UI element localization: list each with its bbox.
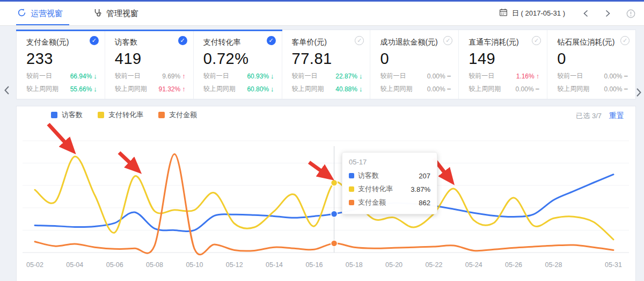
- management-view-icon: [93, 8, 102, 19]
- trend-down-icon: ↓: [93, 72, 97, 80]
- check-off-icon[interactable]: ✓: [620, 36, 630, 45]
- compare-percent: 0.00%: [427, 73, 445, 80]
- metric-compare-row: 较上周同期0.00%−: [380, 84, 451, 93]
- tooltip-swatch: [349, 200, 354, 205]
- tooltip-series-label: 支付金额: [358, 198, 386, 207]
- compare-label: 较上周同期: [115, 84, 147, 93]
- metric-compare-row: 较上周同期55.66%↓: [26, 84, 97, 93]
- compare-percent: 60.93%: [247, 73, 269, 80]
- trend-up-icon: ↑: [536, 72, 540, 80]
- metric-value: 0: [380, 50, 451, 68]
- compare-label: 较前一日: [292, 71, 318, 81]
- compare-value: 60.93%↓: [247, 72, 274, 80]
- compare-value: 55.66%↓: [70, 85, 97, 93]
- metric-value: 77.81: [292, 50, 363, 68]
- info-icon[interactable]: [626, 9, 635, 18]
- date-display[interactable]: 日 ( 2017-05-31 ): [512, 9, 565, 18]
- legend-label: 访客数: [62, 110, 83, 120]
- compare-label: 较上周同期: [469, 84, 501, 93]
- metric-card-visitors[interactable]: 访客数✓419较前一日9.69%↑较上周同期91.32%↑: [105, 30, 194, 99]
- metric-compare-row: 较前一日9.69%↑: [115, 71, 186, 81]
- metric-compare-row: 较上周同期60.80%↓: [203, 84, 274, 93]
- metric-card-payment[interactable]: 支付金额(元)✓233较前一日66.94%↓较上周同期55.66%↓: [17, 30, 105, 99]
- compare-percent: 0.00%: [516, 85, 534, 93]
- compare-label: 较上周同期: [26, 84, 58, 93]
- compare-percent: 66.94%: [70, 73, 92, 80]
- metric-card-diamond-cost[interactable]: 钻石展位消耗(元)✓0较前一日0.00%−较上周同期0.00%−: [547, 30, 635, 99]
- trend-up-icon: ↑: [182, 72, 186, 80]
- legend-label: 支付转化率: [108, 110, 143, 120]
- metric-card-refund[interactable]: 成功退款金额(元)✓0较前一日0.00%−较上周同期0.00%−: [370, 30, 459, 99]
- compare-value: 1.16%↑: [516, 72, 540, 80]
- metric-value: 0.72%: [203, 50, 274, 68]
- compare-label: 较前一日: [557, 71, 583, 81]
- metric-compare-row: 较上周同期0.00%−: [557, 84, 628, 93]
- legend-item-visitors[interactable]: 访客数: [51, 110, 83, 120]
- trend-dash-icon: −: [624, 72, 628, 80]
- legend-selection: 已选 3/7重置: [576, 111, 624, 121]
- tooltip-series-label: 访客数: [358, 171, 379, 181]
- tooltip-value: 207: [419, 172, 430, 180]
- trend-down-icon: ↓: [93, 85, 97, 93]
- dashboard-page: 运营视窗 管理视窗 日 ( 2017-05-31 ): [0, 0, 644, 281]
- compare-value: 22.87%↓: [335, 72, 362, 80]
- compare-percent: 91.32%: [159, 85, 181, 93]
- legend-swatch: [51, 112, 57, 118]
- metric-title: 钻石展位消耗(元): [557, 38, 628, 47]
- check-on-icon[interactable]: ✓: [178, 36, 187, 45]
- legend-item-conversion[interactable]: 支付转化率: [98, 110, 143, 120]
- check-off-icon[interactable]: ✓: [532, 36, 541, 45]
- tooltip-series-label: 支付转化率: [358, 184, 393, 194]
- legend-item-payment[interactable]: 支付金额: [158, 110, 197, 120]
- compare-value: 9.69%↑: [162, 72, 186, 80]
- metric-card-avg-price[interactable]: 客单价(元)✓77.81较前一日22.87%↓较上周同期40.88%↓: [282, 30, 371, 99]
- compare-label: 较前一日: [380, 71, 406, 81]
- compare-percent: 22.87%: [335, 73, 357, 80]
- compare-percent: 0.00%: [604, 73, 622, 80]
- trend-down-icon: ↓: [270, 72, 274, 80]
- metric-compare-row: 较前一日1.16%↑: [469, 71, 539, 81]
- metric-compare-row: 较前一日0.00%−: [557, 71, 628, 81]
- compare-percent: 0.00%: [604, 85, 622, 93]
- compare-percent: 40.88%: [335, 85, 357, 93]
- metric-compare-row: 较前一日0.00%−: [380, 71, 451, 81]
- check-off-icon[interactable]: ✓: [443, 36, 452, 45]
- trend-down-icon: ↓: [359, 85, 363, 93]
- tooltip-row: 支付转化率3.87%: [349, 184, 430, 194]
- metric-card-conversion[interactable]: 支付转化率✓0.72%较前一日60.93%↓较上周同期60.80%↓: [194, 30, 282, 99]
- check-on-icon[interactable]: ✓: [90, 36, 99, 45]
- compare-label: 较上周同期: [557, 84, 589, 93]
- date-next-icon[interactable]: [604, 9, 611, 18]
- reset-button[interactable]: 重置: [609, 111, 624, 120]
- metric-card-ztc-cost[interactable]: 直通车消耗(元)✓149较前一日1.16%↑较上周同期0.00%−: [459, 30, 547, 99]
- compare-percent: 60.80%: [247, 85, 269, 93]
- tooltip-date: 05-17: [349, 158, 430, 166]
- legend-label: 支付金额: [169, 110, 197, 120]
- tooltip-swatch: [349, 186, 354, 192]
- tab-management-view[interactable]: 管理视窗: [93, 2, 138, 25]
- calendar-icon[interactable]: [499, 8, 508, 19]
- compare-label: 较前一日: [26, 71, 52, 81]
- tooltip-value: 862: [419, 199, 430, 207]
- trend-down-icon: ↓: [359, 72, 363, 80]
- trend-dash-icon: −: [536, 85, 540, 93]
- metric-title: 成功退款金额(元): [380, 38, 451, 47]
- tooltip-value: 3.87%: [411, 185, 430, 193]
- trend-down-icon: ↓: [270, 85, 274, 93]
- compare-percent: 0.00%: [427, 85, 445, 93]
- tab-label: 管理视窗: [106, 9, 138, 19]
- metric-value: 233: [26, 50, 97, 68]
- compare-label: 较前一日: [203, 71, 229, 81]
- top-nav: 运营视窗 管理视窗 日 ( 2017-05-31 ): [0, 2, 644, 26]
- check-off-icon[interactable]: ✓: [355, 36, 364, 45]
- metric-value: 419: [115, 50, 186, 68]
- date-controls: 日 ( 2017-05-31 ): [499, 8, 635, 19]
- metric-compare-row: 较前一日22.87%↓: [292, 71, 363, 81]
- operation-view-icon: [17, 8, 26, 19]
- metric-compare-row: 较上周同期40.88%↓: [292, 84, 363, 93]
- compare-percent: 9.69%: [162, 73, 180, 80]
- tab-operation-view[interactable]: 运营视窗: [17, 2, 63, 25]
- cards-prev-icon[interactable]: [3, 85, 11, 98]
- date-prev-icon[interactable]: [582, 9, 590, 18]
- check-on-icon[interactable]: ✓: [267, 36, 276, 45]
